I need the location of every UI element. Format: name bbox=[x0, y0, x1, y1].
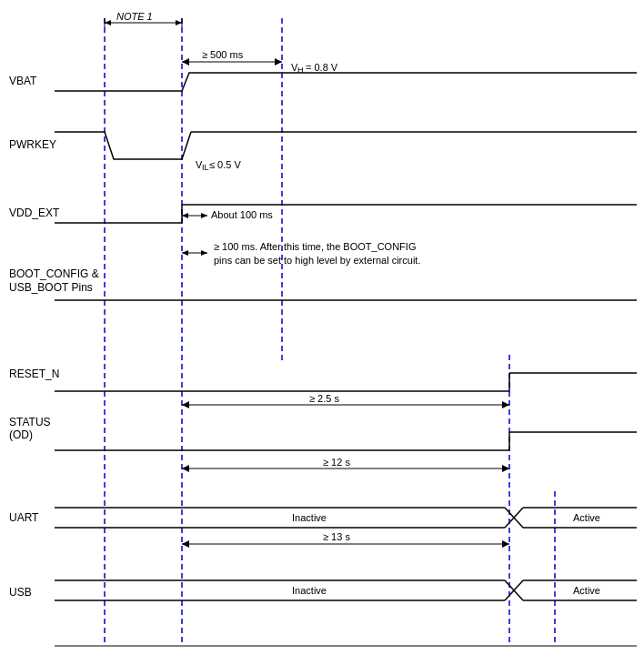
ge13s-arrow-right bbox=[502, 540, 509, 548]
about100ms-arrow-right bbox=[201, 213, 207, 218]
about100ms-arrow-left bbox=[182, 213, 188, 218]
bootconfig-label2: USB_BOOT Pins bbox=[9, 281, 93, 294]
ge12s-arrow-right bbox=[502, 465, 509, 472]
ge500ms-arrow-right bbox=[275, 58, 282, 65]
vh-sub: H bbox=[297, 65, 304, 75]
note1-text: NOTE 1 bbox=[116, 11, 153, 22]
vddext-label: VDD_EXT bbox=[9, 207, 60, 219]
usb-label: USB bbox=[9, 586, 32, 599]
ge25s-arrow-right bbox=[502, 401, 509, 408]
ge25s-text: ≥ 2.5 s bbox=[309, 393, 339, 404]
about100ms-text: About 100 ms bbox=[211, 209, 273, 220]
ge12s-text: ≥ 12 s bbox=[323, 457, 350, 468]
ge12s-arrow-left bbox=[182, 465, 189, 472]
pwrkey-label: PWRKEY bbox=[9, 138, 56, 151]
ge100ms-arrow-left bbox=[182, 250, 188, 256]
vh-equals: = 0.8 V bbox=[306, 62, 338, 73]
timing-diagram: VBAT PWRKEY VDD_EXT BOOT_CONFIG & USB_BO… bbox=[0, 0, 644, 665]
vil-leq: ≤ 0.5 V bbox=[209, 159, 241, 170]
uart-inactive-text: Inactive bbox=[292, 512, 327, 523]
ge100ms-text1: ≥ 100 ms. After this time, the BOOT_CONF… bbox=[214, 241, 416, 252]
ge100ms-text2: pins can be set to high level by externa… bbox=[214, 255, 420, 266]
pwrkey-signal bbox=[55, 132, 191, 159]
ge25s-arrow-left bbox=[182, 401, 189, 408]
usb-inactive-text: Inactive bbox=[292, 585, 327, 596]
ge500ms-text: ≥ 500 ms bbox=[202, 49, 244, 60]
ge13s-text: ≥ 13 s bbox=[323, 531, 350, 542]
status-label1: STATUS bbox=[9, 416, 51, 428]
uart-label: UART bbox=[9, 511, 39, 524]
ge500ms-arrow-left bbox=[182, 58, 189, 65]
ge100ms-arrow-right bbox=[201, 250, 207, 256]
bootconfig-label1: BOOT_CONFIG & bbox=[9, 267, 99, 280]
resetn-label: RESET_N bbox=[9, 368, 59, 380]
note1-arrow-right bbox=[176, 20, 182, 25]
vbat-signal bbox=[105, 73, 637, 91]
usb-active-text: Active bbox=[573, 585, 600, 596]
vil-sub: IL bbox=[202, 163, 209, 172]
note1-arrow-left bbox=[105, 20, 111, 25]
ge13s-arrow-left bbox=[182, 540, 189, 548]
vbat-label: VBAT bbox=[9, 75, 37, 87]
status-label2: (OD) bbox=[9, 428, 33, 441]
uart-active-text: Active bbox=[573, 512, 600, 523]
